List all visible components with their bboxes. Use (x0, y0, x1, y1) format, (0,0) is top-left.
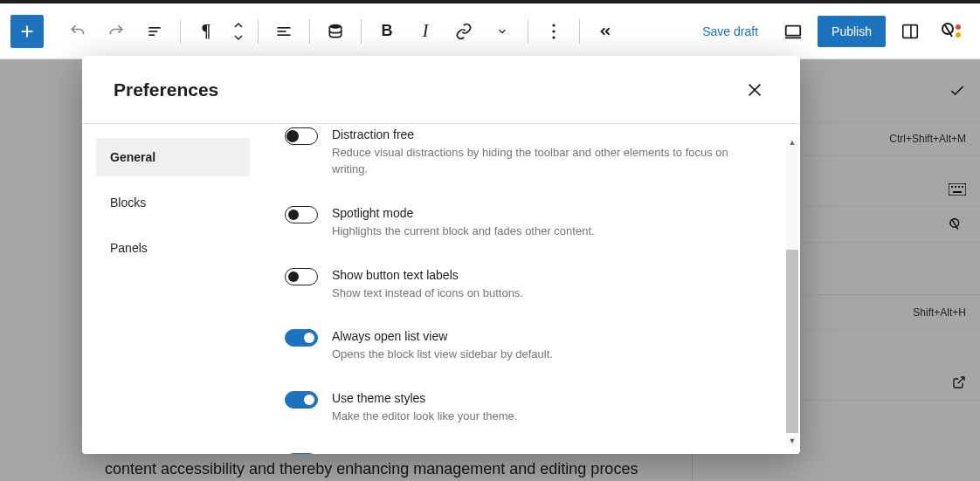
preferences-modal: Preferences General Blocks Panels Distra… (82, 56, 800, 454)
save-draft-button[interactable]: Save draft (692, 17, 769, 45)
external-link-icon (952, 375, 966, 389)
check-icon (949, 82, 966, 100)
redo-button[interactable] (100, 15, 133, 48)
setting-theme-styles: Use theme styles Make the editor look li… (285, 379, 765, 441)
svg-point-11 (552, 36, 555, 38)
setting-button-labels: Show button text labels Show text instea… (285, 256, 765, 318)
svg-rect-19 (949, 183, 966, 196)
setting-title: Display block breadcrumbs (332, 453, 765, 454)
toggle-list-view[interactable] (285, 329, 318, 347)
svg-point-9 (552, 24, 555, 26)
modal-tabs: General Blocks Panels (82, 124, 264, 454)
svg-rect-23 (962, 186, 963, 188)
settings-scrollbar[interactable]: ▲ ▼ (786, 136, 798, 447)
undo-button[interactable] (61, 15, 94, 48)
close-button[interactable] (741, 76, 769, 104)
yoast-icon[interactable] (935, 14, 970, 49)
setting-desc: Reduce visual distractions by hiding the… (332, 145, 765, 178)
toggle-breadcrumbs[interactable] (285, 453, 318, 454)
block-options-button[interactable] (537, 15, 570, 48)
setting-desc: Make the editor look like your theme. (332, 409, 765, 425)
svg-rect-24 (953, 191, 962, 193)
add-block-button[interactable] (10, 15, 44, 48)
keyboard-icon (949, 183, 966, 196)
svg-rect-12 (786, 25, 801, 35)
bold-button[interactable]: B (370, 15, 404, 48)
shortcut-label: Ctrl+Shift+Alt+M (889, 133, 966, 145)
list-view-button[interactable] (138, 15, 171, 48)
svg-rect-14 (903, 24, 918, 38)
svg-rect-20 (951, 186, 953, 188)
sidebar-toggle-button[interactable] (893, 14, 928, 49)
tab-general[interactable]: General (96, 138, 250, 176)
setting-title: Use theme styles (332, 391, 765, 405)
collapse-toolbar-button[interactable] (589, 15, 622, 48)
editor-text: content accessibility and thereby enhanc… (105, 457, 638, 481)
modal-header: Preferences (82, 56, 800, 124)
yoast-small-icon (949, 217, 966, 231)
tab-blocks[interactable]: Blocks (96, 183, 250, 222)
settings-list: Distraction free Reduce visual distracti… (264, 124, 800, 454)
svg-point-8 (329, 24, 341, 28)
setting-breadcrumbs: Display block breadcrumbs Shows block br… (285, 441, 765, 454)
toggle-spotlight[interactable] (285, 206, 318, 223)
setting-list-view: Always open list view Opens the block li… (285, 317, 765, 379)
align-button[interactable] (267, 15, 300, 48)
setting-title: Always open list view (332, 329, 765, 343)
svg-point-10 (552, 30, 555, 32)
svg-point-18 (956, 32, 961, 38)
setting-desc: Highlights the current block and fades o… (332, 223, 765, 240)
setting-title: Distraction free (332, 127, 765, 141)
italic-button[interactable]: I (409, 15, 442, 48)
database-icon[interactable] (319, 15, 352, 48)
publish-button[interactable]: Publish (818, 16, 886, 47)
preview-button[interactable] (776, 14, 811, 49)
paragraph-icon[interactable]: ¶ (190, 15, 223, 48)
setting-desc: Opens the block list view sidebar by def… (332, 347, 765, 363)
more-format-button[interactable] (486, 15, 519, 48)
svg-rect-21 (955, 186, 956, 188)
tab-panels[interactable]: Panels (96, 229, 250, 267)
svg-line-26 (958, 377, 964, 383)
setting-spotlight: Spotlight mode Highlights the current bl… (285, 194, 765, 256)
svg-point-17 (956, 24, 961, 30)
setting-title: Spotlight mode (332, 206, 765, 220)
editor-toolbar: ¶ B I (0, 3, 980, 59)
toggle-button-labels[interactable] (285, 268, 318, 285)
setting-desc: Show text instead of icons on buttons. (332, 285, 765, 302)
setting-distraction-free: Distraction free Reduce visual distracti… (285, 127, 765, 194)
link-button[interactable] (447, 15, 480, 48)
setting-title: Show button text labels (332, 268, 765, 282)
toggle-theme-styles[interactable] (285, 391, 318, 409)
svg-rect-22 (958, 186, 960, 188)
modal-title: Preferences (114, 79, 218, 100)
move-block-button[interactable] (228, 15, 249, 48)
shortcut-label-2: Shift+Alt+H (913, 306, 966, 319)
toggle-distraction-free[interactable] (285, 127, 318, 145)
